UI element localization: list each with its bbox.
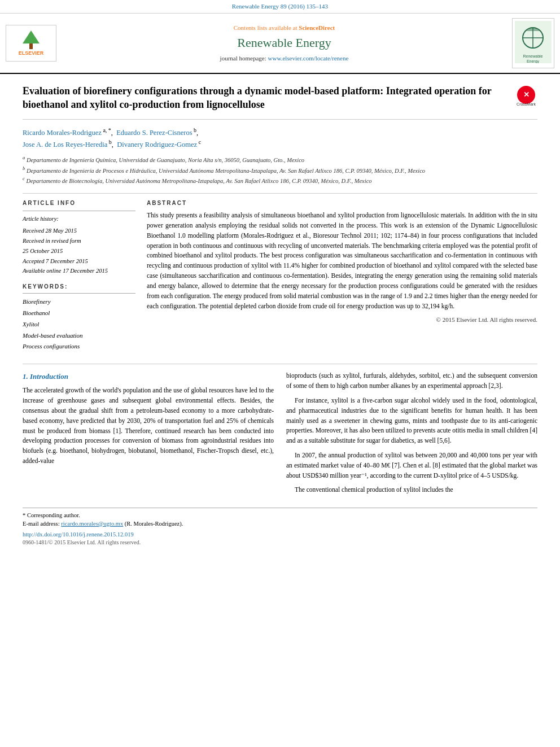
crossmark-logo: ✕ CrossMark xyxy=(515,84,537,112)
doi-link[interactable]: http://dx.doi.org/10.1016/j.renene.2015.… xyxy=(23,531,134,538)
authors-section: Ricardo Morales-Rodriguez a, *, Eduardo … xyxy=(23,126,537,150)
svg-text:Energy: Energy xyxy=(527,59,540,63)
keyword-1: Biorefinery xyxy=(23,296,135,308)
received-row: Received 28 May 2015 xyxy=(23,226,135,236)
keyword-list: Biorefinery Bioethanol Xylitol Model-bas… xyxy=(23,293,135,352)
affiliations: a Departamento de Ingeniería Química, Un… xyxy=(23,154,537,185)
copyright-line: © 2015 Elsevier Ltd. All rights reserved… xyxy=(147,316,537,324)
article-info-abstract-section: Article Info Article history: Received 2… xyxy=(23,193,537,352)
journal-title: Renewable Energy xyxy=(62,34,506,52)
sciencedirect-label: ScienceDirect xyxy=(299,24,335,31)
svg-rect-2 xyxy=(29,43,33,49)
article-history: Article history: Received 28 May 2015 Re… xyxy=(23,211,135,276)
svg-text:ELSEVIER: ELSEVIER xyxy=(19,50,44,56)
author-4: Divanery Rodriguez-Gomez xyxy=(117,141,197,148)
article-title-section: Evaluation of biorefinery configurations… xyxy=(23,84,537,120)
intro-heading: 1. Introduction xyxy=(23,371,274,382)
doi-line: http://dx.doi.org/10.1016/j.renene.2015.… xyxy=(23,531,537,539)
svg-text:CrossMark: CrossMark xyxy=(517,102,536,106)
keywords-section: Keywords: Biorefinery Bioethanol Xylitol… xyxy=(23,283,135,352)
keywords-label: Keywords: xyxy=(23,283,135,291)
abstract-col: Abstract This study presents a feasibili… xyxy=(147,199,537,352)
intro-two-col: 1. Introduction The accelerated growth o… xyxy=(23,371,537,500)
received-revised-row: Received in revised form xyxy=(23,236,135,246)
author-3: Jose A. de Los Reyes-Heredia xyxy=(23,141,107,148)
abstract-label: Abstract xyxy=(147,199,537,207)
svg-text:✕: ✕ xyxy=(523,90,530,99)
article-title: Evaluation of biorefinery configurations… xyxy=(23,84,509,112)
received-revised-date: 25 October 2015 xyxy=(23,246,135,256)
keyword-5: Process configurations xyxy=(23,341,135,352)
keyword-4: Model-based evaluation xyxy=(23,330,135,342)
accepted-row: Accepted 7 December 2015 xyxy=(23,256,135,267)
intro-left-col: 1. Introduction The accelerated growth o… xyxy=(23,371,274,500)
sciencedirect-line: Contents lists available at ScienceDirec… xyxy=(62,24,506,32)
keyword-2: Bioethanol xyxy=(23,308,135,319)
intro-para-3: For instance, xylitol is a five-carbon s… xyxy=(286,396,537,446)
intro-right-col: bioproducts (such as xylitol, furfurals,… xyxy=(286,371,537,500)
journal-header-text: Renewable Energy 89 (2016) 135–143 xyxy=(232,3,328,10)
intro-para-4: In 2007, the annual production of xylito… xyxy=(286,451,537,480)
intro-para-5: The conventional chemical production of … xyxy=(286,485,537,495)
footnote-area: * Corresponding author. E-mail address: … xyxy=(23,508,537,528)
affiliation-a: a Departamento de Ingeniería Química, Un… xyxy=(23,154,537,164)
top-section: ELSEVIER Contents lists available at Sci… xyxy=(0,14,560,74)
author-2: Eduardo S. Perez-Cisneros xyxy=(116,129,192,137)
svg-text:Renewable: Renewable xyxy=(523,54,542,58)
issn-line: 0960-1481/© 2015 Elsevier Ltd. All right… xyxy=(23,539,537,547)
homepage-link: journal homepage: www.elsevier.com/locat… xyxy=(62,54,506,63)
corresponding-note: * Corresponding author. xyxy=(23,512,537,520)
intro-para-1: The accelerated growth of the world's po… xyxy=(23,386,274,466)
email-note: E-mail address: ricardo.morales@ugto.mx … xyxy=(23,520,537,528)
keyword-3: Xylitol xyxy=(23,319,135,330)
abstract-text: This study presents a feasibility analys… xyxy=(147,211,537,311)
intro-section: 1. Introduction The accelerated growth o… xyxy=(23,364,537,547)
available-row: Available online 17 December 2015 xyxy=(23,266,135,276)
renewable-energy-logo: Renewable Energy xyxy=(512,18,554,68)
article-info-label: Article Info xyxy=(23,199,135,207)
main-content: Evaluation of biorefinery configurations… xyxy=(0,74,560,557)
intro-para-2: bioproducts (such as xylitol, furfurals,… xyxy=(286,371,537,391)
history-label: Article history: xyxy=(23,214,135,224)
homepage-url[interactable]: www.elsevier.com/locate/renene xyxy=(268,55,349,62)
email-link[interactable]: ricardo.morales@ugto.mx xyxy=(61,521,123,527)
elsevier-logo: ELSEVIER xyxy=(6,25,56,62)
article-info-col: Article Info Article history: Received 2… xyxy=(23,199,135,352)
journal-header-bar: Renewable Energy 89 (2016) 135–143 xyxy=(0,0,560,14)
journal-center-info: Contents lists available at ScienceDirec… xyxy=(62,24,506,63)
affiliation-b: b Departamento de Ingeniería de Procesos… xyxy=(23,165,537,175)
affiliation-c: c Departamento de Biotecnología, Univers… xyxy=(23,175,537,185)
author-1: Ricardo Morales-Rodriguez xyxy=(23,129,102,137)
